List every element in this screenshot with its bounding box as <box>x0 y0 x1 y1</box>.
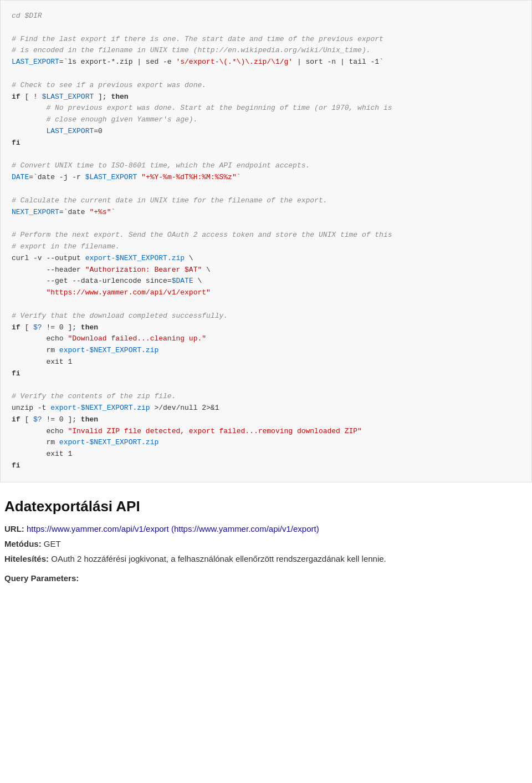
code-line: exit 1 <box>12 357 520 368</box>
url-link[interactable]: https://www.yammer.com/api/v1/export <box>27 524 169 533</box>
code-line: fi <box>12 368 520 380</box>
code-line: "https://www.yammer.com/api/v1/export" <box>12 287 520 299</box>
code-line: --get --data-urlencode since=$DATE \ <box>12 276 520 287</box>
code-line: # is encoded in the filename in UNIX tim… <box>12 45 520 57</box>
code-line <box>12 184 520 195</box>
code-line: NEXT_EXPORT=`date "+%s"` <box>12 207 520 218</box>
section-title: Adatexportálási API <box>4 498 528 515</box>
code-line: fi <box>12 138 520 149</box>
query-params-title: Query Parameters: <box>4 573 528 583</box>
method-row: Metódus: GET <box>4 539 528 548</box>
code-line <box>12 218 520 230</box>
code-line: # Check to see if a previous export was … <box>12 80 520 91</box>
code-line: curl -v --output export-$NEXT_EXPORT.zip… <box>12 253 520 265</box>
code-line: # export in the filename. <box>12 241 520 253</box>
code-line <box>12 68 520 80</box>
code-line: rm export-$NEXT_EXPORT.zip <box>12 345 520 357</box>
code-line <box>12 149 520 161</box>
code-line: if [ $? != 0 ]; then <box>12 414 520 426</box>
code-line: # Perform the next export. Send the OAut… <box>12 230 520 241</box>
code-line: # Convert UNIX time to ISO-8601 time, wh… <box>12 160 520 172</box>
code-line: # Find the last export if there is one. … <box>12 34 520 45</box>
auth-value: OAuth 2 hozzáférési jogkivonat, a felhas… <box>51 554 386 563</box>
code-line: rm export-$NEXT_EXPORT.zip <box>12 437 520 449</box>
url-paren-link[interactable]: (https://www.yammer.com/api/v1/export) <box>171 524 319 533</box>
url-row: URL: https://www.yammer.com/api/v1/expor… <box>4 524 528 533</box>
code-line <box>12 22 520 34</box>
code-line: echo "Download failed...cleaning up." <box>12 333 520 345</box>
code-line: --header "Authorization: Bearer $AT" \ <box>12 265 520 276</box>
code-line: # Verify that the download completed suc… <box>12 311 520 322</box>
code-line <box>12 299 520 311</box>
code-container: cd $DIR # Find the last export if there … <box>0 0 532 482</box>
auth-row: Hitelesítés: OAuth 2 hozzáférési jogkivo… <box>4 554 528 563</box>
code-line: # No previous export was done. Start at … <box>12 103 520 114</box>
code-line: # Verify the contents of the zip file. <box>12 391 520 403</box>
code-line: LAST_EXPORT=0 <box>12 126 520 138</box>
code-line: echo "Invalid ZIP file detected, export … <box>12 426 520 438</box>
code-line: DATE=`date -j -r $LAST_EXPORT "+%Y-%m-%d… <box>12 172 520 184</box>
code-line: exit 1 <box>12 449 520 460</box>
code-line: if [ ! $LAST_EXPORT ]; then <box>12 91 520 103</box>
method-label: Metódus: <box>4 539 42 548</box>
code-line: fi <box>12 460 520 472</box>
code-line: unzip -t export-$NEXT_EXPORT.zip >/dev/n… <box>12 403 520 414</box>
code-line: LAST_EXPORT=`ls export-*.zip | sed -e 's… <box>12 57 520 68</box>
code-line: cd $DIR <box>12 11 520 22</box>
auth-label: Hitelesítés: <box>4 554 49 563</box>
code-line <box>12 380 520 392</box>
code-block: cd $DIR # Find the last export if there … <box>0 0 532 482</box>
url-label: URL: <box>4 524 24 533</box>
prose-section: Adatexportálási API URL: https://www.yam… <box>0 482 532 583</box>
method-value-text: GET <box>44 539 61 548</box>
code-line: # close enough given Yammer's age). <box>12 114 520 126</box>
code-line: if [ $? != 0 ]; then <box>12 322 520 334</box>
code-line: # Calculate the current date in UNIX tim… <box>12 195 520 207</box>
